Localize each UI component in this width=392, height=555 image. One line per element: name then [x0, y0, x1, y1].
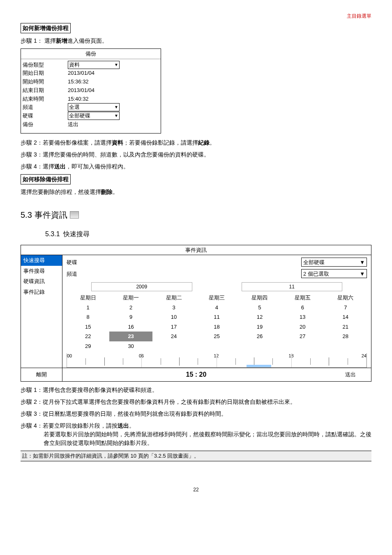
step-3: 步驟 3：選擇您要備份的時間、頻道數，以及內含您要備份的資料的硬碟。: [21, 150, 371, 159]
label-backup: 備份: [23, 120, 68, 129]
dropdown-backup-type[interactable]: 資料▼: [68, 61, 120, 69]
month-selector[interactable]: 11: [242, 282, 343, 291]
cal-selected-day[interactable]: 23: [109, 332, 152, 341]
submit-backup[interactable]: 送出: [68, 120, 159, 129]
cal-row: 1 2 3 4 5 6 7: [67, 303, 367, 313]
label-backup-type: 備份類型: [23, 61, 68, 69]
backup-table-title: 備份: [21, 49, 161, 59]
sidebar-item-quick-search[interactable]: 快速搜尋: [21, 255, 62, 266]
search-step-1: 步驟 1：選擇包含您要搜尋的影像資料的硬碟和頻道。: [21, 386, 371, 394]
label-start-date: 開始日期: [23, 69, 68, 78]
label-ev-hdd: 硬碟: [67, 258, 87, 267]
search-step-3: 步驟 3：從日曆點選想要搜尋的日期，然後在時間列就會出現有錄影資料的時間。: [21, 410, 371, 418]
sidebar-item-event-search[interactable]: 事件搜尋: [21, 266, 62, 276]
timeline[interactable]: 00 06 12 18 24: [67, 353, 367, 368]
label-end-time: 結束時間: [23, 95, 68, 104]
label-ev-channel: 頻道: [67, 270, 87, 278]
dow-thu: 星期四: [238, 293, 281, 303]
dow-sun: 星期日: [67, 293, 109, 303]
label-hdd: 硬碟: [23, 112, 68, 120]
chevron-down-icon: ▼: [114, 112, 118, 120]
chevron-down-icon: ▼: [360, 270, 365, 278]
sidebar-item-event-log[interactable]: 事件記錄: [21, 287, 62, 297]
dow-mon: 星期一: [109, 293, 152, 303]
value-start-time: 15:36:32: [68, 78, 159, 86]
label-start-time: 開始時間: [23, 78, 68, 86]
dropdown-hdd[interactable]: 全部硬碟▼: [68, 112, 120, 120]
dropdown-ev-channel[interactable]: 2 個已選取▼: [301, 269, 367, 278]
dropdown-ev-hdd[interactable]: 全部硬碟▼: [301, 258, 367, 267]
note: 註：如需影片回放操作的詳細資訊，請參閱第 10 頁的「3.2.5 回放畫面」。: [21, 451, 371, 461]
exit-button[interactable]: 離開: [21, 368, 62, 381]
year-selector[interactable]: 2009: [91, 282, 192, 291]
search-step-2: 步驟 2：從月份下拉式選單選擇包含您要搜尋的影像資料月份，之後有錄影資料的日期就…: [21, 398, 371, 406]
sidebar-item-hdd-info[interactable]: 硬碟資訊: [21, 276, 62, 287]
heading-remove-backup: 如何移除備份排程: [21, 174, 71, 184]
dow-tue: 星期二: [152, 293, 195, 303]
cal-row: 29 30: [67, 341, 367, 351]
heading-add-backup: 如何新增備份排程: [21, 23, 71, 33]
label-end-date: 結束日期: [23, 86, 68, 95]
value-end-date: 2013/01/04: [68, 86, 159, 95]
cal-row: 15 16 17 18 19 20 21: [67, 322, 367, 332]
step-1: 步驟 1： 選擇新增進入備份頁面。: [21, 37, 371, 45]
remove-text: 選擇您要刪除的排程，然後選擇刪除。: [21, 188, 371, 196]
chevron-down-icon: ▼: [114, 61, 118, 69]
dow-sat: 星期六: [324, 293, 367, 303]
timeline-segment: [247, 365, 271, 367]
event-info-panel: 事件資訊 快速搜尋 事件搜尋 硬碟資訊 事件記錄 硬碟 全部硬碟▼ 頻道 2 個…: [21, 245, 371, 382]
value-end-time: 15:40:32: [68, 95, 159, 104]
label-channel: 頻道: [23, 103, 68, 112]
step-4: 步驟 4：選擇送出，即可加入備份排程內。: [21, 162, 371, 171]
event-sidebar: 快速搜尋 事件搜尋 硬碟資訊 事件記錄: [21, 255, 62, 368]
cal-row: 8 9 10 11 12 13 14: [67, 312, 367, 322]
event-info-icon: [70, 211, 79, 219]
page-number: 22: [21, 486, 371, 493]
section-5-3-1: 5.3.1 快速搜尋: [45, 229, 371, 239]
search-step-4: 步驟 4：若要立即回放錄影片段，請按送出。 若要選取影片回放的開始時間，先將滑鼠…: [21, 421, 371, 447]
menu-link[interactable]: 主目錄選單: [21, 12, 371, 20]
backup-table: 備份 備份類型 資料▼ 開始日期 2013/01/04 開始時間 15:36:3…: [21, 48, 161, 134]
chevron-down-icon: ▼: [360, 258, 365, 267]
dow-wed: 星期三: [195, 293, 238, 303]
section-5-3: 5.3 事件資訊: [21, 209, 371, 221]
calendar: 2009 11 星期日 星期一 星期二 星期三 星期四 星期五 星期六 1: [67, 282, 367, 368]
cal-row: 22 23 24 25 26 27 28: [67, 332, 367, 341]
chevron-down-icon: ▼: [114, 104, 118, 111]
event-panel-title: 事件資訊: [21, 245, 371, 255]
submit-button[interactable]: 送出: [330, 368, 371, 381]
step-2: 步驟 2：若要備份影像檔案，請選擇資料；若要備份錄影記錄，請選擇紀錄。: [21, 138, 371, 147]
dropdown-channel[interactable]: 全選▼: [68, 103, 120, 111]
time-display: 15 : 20: [62, 368, 330, 381]
dow-fri: 星期五: [281, 293, 324, 303]
value-start-date: 2013/01/04: [68, 69, 159, 78]
